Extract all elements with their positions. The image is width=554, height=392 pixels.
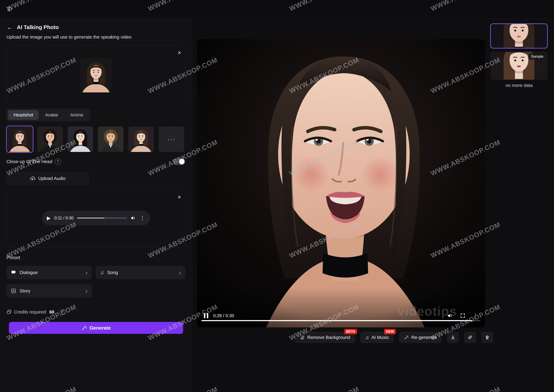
new-badge: NEW — [384, 329, 396, 334]
more-thumbnails-button[interactable]: ··· — [159, 126, 184, 152]
result-image — [490, 24, 547, 48]
back-arrow-icon[interactable]: ← — [7, 24, 13, 30]
sidebar-toggle-icon[interactable] — [7, 5, 15, 13]
chevron-right-icon: › — [179, 269, 181, 276]
sample-badge: Sample — [529, 53, 546, 60]
page-title: AI Talking Photo — [17, 24, 59, 30]
audio-time: 0:11 / 0:30 — [54, 216, 74, 220]
uploaded-image-preview — [80, 58, 112, 92]
headshot-thumbnail-4[interactable] — [98, 126, 123, 152]
dialogue-icon — [11, 270, 16, 275]
credits-value: 60 — [49, 309, 54, 315]
video-controls: 0:28 / 0:30 ⋮ — [197, 310, 485, 321]
help-icon[interactable]: ? — [55, 159, 61, 165]
preset-dialogue-label: Dialogue — [20, 270, 38, 275]
closeup-toggle[interactable] — [173, 158, 185, 165]
tab-anime[interactable]: Anime — [65, 110, 89, 120]
action-label: AI Music — [371, 335, 389, 340]
toggle-knob — [179, 159, 185, 164]
regenerate-button[interactable]: Re-generate — [399, 332, 442, 343]
chevron-right-icon: › — [85, 287, 88, 294]
generated-talking-photo — [197, 39, 485, 328]
help-icon[interactable]: ? — [59, 309, 65, 315]
close-icon[interactable]: × — [178, 49, 181, 56]
headshot-thumbnail-1[interactable] — [7, 126, 32, 152]
left-panel: ← AI Talking Photo Upload the image you … — [0, 19, 192, 392]
action-label: Remove Background — [307, 335, 350, 340]
story-icon — [11, 288, 16, 294]
credits-row: Credits required: 60 ? — [7, 309, 65, 315]
trash-icon — [485, 335, 490, 340]
preset-story-button[interactable]: Story › — [7, 284, 92, 298]
result-thumbnail-sample[interactable]: Sample — [490, 52, 547, 80]
headshot-thumbnail-3[interactable] — [68, 126, 93, 152]
preset-dialogue-button[interactable]: Dialogue › — [7, 266, 92, 279]
upload-audio-button[interactable]: Upload Audio — [7, 172, 89, 185]
tab-avatar[interactable]: Avatar — [40, 110, 64, 120]
style-tabs: HeadshotAvatarAnime — [7, 108, 90, 121]
credits-icon — [7, 309, 12, 315]
generate-label: Generate — [90, 325, 111, 331]
preset-song-label: Song — [107, 270, 118, 275]
headshot-thumbnail-2[interactable] — [37, 126, 63, 152]
audio-progress-fill — [77, 217, 104, 218]
no-more-data-text: no more data — [490, 83, 548, 88]
app: WWW.ABSKOOP.COMWWW.ABSKOOP.COMWWW.ABSKOO… — [0, 0, 554, 392]
volume-icon[interactable] — [447, 313, 453, 319]
delete-button[interactable] — [481, 332, 493, 343]
audio-menu-icon[interactable]: ⋮ — [140, 215, 145, 221]
fullscreen-icon[interactable] — [460, 313, 466, 318]
audio-progress-bar[interactable] — [77, 217, 127, 218]
music-note-icon: ♫ — [365, 335, 369, 340]
video-player[interactable]: videotips 0:28 / 0:30 ⋮ — [197, 39, 485, 328]
audio-card: × ▶ 0:11 / 0:30 ⋮ — [7, 190, 185, 248]
panel-header: ← AI Talking Photo — [7, 24, 59, 30]
link-icon — [468, 335, 473, 340]
headshot-thumbnails: ··· — [7, 126, 184, 152]
closeup-label: Close-up Of The Head — [7, 159, 52, 164]
magic-wand-icon — [81, 325, 87, 331]
result-thumbnail-current[interactable] — [490, 24, 547, 48]
video-progress-fill — [201, 320, 472, 321]
headshot-thumbnail-5[interactable] — [128, 126, 154, 152]
download-button[interactable] — [447, 332, 459, 343]
upload-instruction: Upload the image you will use to generat… — [7, 35, 132, 40]
music-note-icon: ♫ — [100, 270, 104, 275]
magic-wand-icon — [404, 335, 409, 340]
volume-icon[interactable] — [130, 215, 136, 221]
remove-background-button[interactable]: Remove Background BETA — [295, 332, 355, 343]
eraser-icon — [300, 335, 305, 340]
preset-song-button[interactable]: ♫ Song › — [96, 266, 185, 279]
preset-label: Preset — [7, 255, 20, 260]
video-progress-bar[interactable] — [201, 320, 481, 321]
cloud-upload-icon — [30, 175, 36, 181]
watermark-text: WWW.ABSKOOP.COM — [430, 385, 502, 392]
tab-headshot[interactable]: Headshot — [8, 110, 39, 120]
topbar — [0, 0, 554, 19]
audio-player[interactable]: ▶ 0:11 / 0:30 ⋮ — [42, 211, 150, 225]
play-icon[interactable]: ▶ — [47, 215, 51, 221]
credits-label: Credits required: — [14, 309, 47, 315]
upload-audio-label: Upload Audio — [38, 176, 65, 181]
copy-link-button[interactable] — [464, 332, 476, 343]
closeup-row: Close-up Of The Head ? — [7, 158, 185, 165]
download-icon — [450, 335, 455, 340]
preset-story-label: Story — [20, 288, 30, 294]
watermark-text: WWW.ABSKOOP.COM — [288, 385, 360, 392]
ai-music-button[interactable]: ♫ AI Music NEW — [361, 332, 394, 343]
beta-badge: BETA — [344, 329, 357, 334]
image-upload-box[interactable]: × — [7, 45, 185, 104]
action-label: Re-generate — [411, 335, 437, 340]
video-time: 0:28 / 0:30 — [213, 313, 234, 318]
generate-button[interactable]: Generate — [9, 322, 183, 334]
pause-button[interactable] — [204, 313, 208, 318]
chevron-right-icon: › — [85, 269, 88, 276]
close-icon[interactable]: × — [178, 194, 181, 200]
video-actions: Remove Background BETA ♫ AI Music NEW Re… — [295, 332, 493, 343]
video-menu-icon[interactable]: ⋮ — [473, 313, 478, 318]
